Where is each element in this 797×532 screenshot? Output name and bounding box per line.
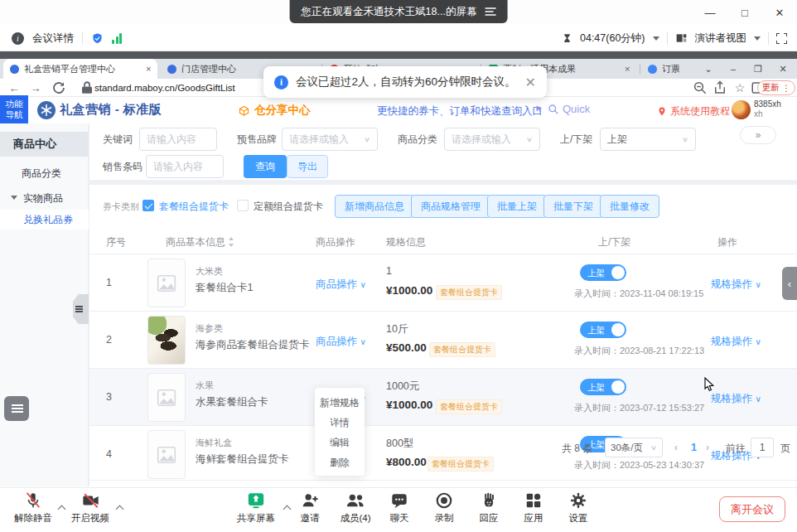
view-dropdown-icon[interactable] bbox=[754, 36, 761, 41]
screen-share-banner[interactable]: 您正在观看金禾通技术王斌18...的屏幕 bbox=[290, 0, 508, 23]
goto-page-input[interactable] bbox=[751, 438, 774, 457]
reload-icon[interactable] bbox=[51, 80, 66, 95]
url-text[interactable]: standard.maboy.cn/GoodsGiftList bbox=[94, 79, 235, 97]
maximize-icon[interactable]: □ bbox=[727, 0, 762, 25]
quick-entry-link[interactable]: 更快捷的券卡、订单和快递查询入口 bbox=[377, 104, 543, 118]
batch-off-button[interactable]: 批量下架 bbox=[543, 195, 603, 218]
spec-manage-button[interactable]: 商品规格管理 bbox=[411, 195, 490, 218]
spec-op-link[interactable]: 规格操作 ∨ bbox=[711, 392, 761, 406]
start-video-button[interactable]: 开启视频 bbox=[66, 491, 114, 525]
menu-item-detail[interactable]: 详情 bbox=[315, 413, 365, 433]
sidebar-section-goods-center[interactable]: 商品中心 bbox=[0, 132, 89, 157]
menu-item-add-spec[interactable]: 新增规格 bbox=[315, 393, 365, 413]
add-goods-button[interactable]: 新增商品信息 bbox=[335, 195, 414, 218]
share-icon[interactable] bbox=[712, 80, 727, 95]
status-select[interactable]: 上架∨ bbox=[600, 128, 696, 151]
timer-dropdown-icon[interactable] bbox=[653, 36, 659, 41]
tab-close-icon[interactable]: × bbox=[625, 65, 630, 74]
browser-tab-5[interactable]: 订票中心 bbox=[641, 59, 686, 79]
price: ¥1000.00 bbox=[386, 399, 432, 411]
browser-minimize-icon[interactable]: – bbox=[721, 64, 746, 74]
video-options-caret[interactable] bbox=[116, 505, 124, 514]
forward-icon[interactable]: → bbox=[28, 80, 43, 95]
floating-list-button[interactable] bbox=[4, 396, 29, 421]
on-shelf-toggle[interactable]: 上架 bbox=[580, 264, 626, 281]
quick-search[interactable]: Quick bbox=[534, 103, 590, 115]
tutorial-link[interactable]: 系统使用教程 bbox=[657, 104, 730, 118]
goods-op-link[interactable]: 商品操作 ∨ bbox=[316, 335, 366, 349]
collapse-filters-button[interactable]: » bbox=[740, 126, 776, 144]
tab-close-icon[interactable]: × bbox=[146, 65, 151, 74]
zoom-icon[interactable] bbox=[693, 80, 708, 95]
sidebar: 商品中心 商品分类 实物商品 兑换礼品券 bbox=[0, 123, 89, 486]
mic-options-caret[interactable] bbox=[58, 505, 66, 514]
search-button[interactable]: 查询 bbox=[244, 155, 287, 178]
apps-button[interactable]: 应用 bbox=[515, 491, 552, 525]
banner-menu-icon[interactable] bbox=[485, 5, 495, 17]
share-options-caret[interactable] bbox=[283, 505, 292, 514]
product-category: 大米类 bbox=[196, 265, 223, 278]
prev-page-icon[interactable]: ‹ bbox=[674, 442, 678, 453]
sort-icon[interactable] bbox=[228, 237, 234, 247]
browser-menu-icon[interactable]: ⋮ bbox=[782, 83, 791, 93]
minimize-icon[interactable]: ― bbox=[693, 0, 727, 25]
next-page-icon[interactable]: › bbox=[706, 442, 709, 453]
meeting-info-icon[interactable]: i bbox=[12, 32, 24, 45]
goods-op-link[interactable]: 商品操作 ∨ bbox=[316, 278, 366, 292]
fixed-card-label[interactable]: 定额组合提货卡 bbox=[254, 200, 323, 214]
menu-item-edit[interactable]: 编辑 bbox=[315, 433, 365, 452]
share-screen-button[interactable]: 共享屏幕 bbox=[230, 491, 282, 525]
back-icon[interactable]: ← bbox=[7, 80, 22, 95]
on-shelf-toggle[interactable]: 上架 bbox=[580, 379, 626, 395]
sidebar-item-physical-goods[interactable]: 实物商品 bbox=[0, 188, 89, 208]
combo-card-label[interactable]: 套餐组合提货卡 bbox=[159, 200, 229, 214]
user-avatar[interactable] bbox=[732, 100, 751, 119]
spec-op-link[interactable]: 规格操作 ∨ bbox=[711, 335, 761, 349]
table-row: 2 海参类 海参商品套餐组合提货卡 商品操作 ∨ 10斤 ¥500.00 套餐组… bbox=[89, 312, 797, 369]
bookmark-star-icon[interactable]: ☆ bbox=[732, 80, 747, 95]
browser-restore-icon[interactable]: ❐ bbox=[746, 64, 770, 75]
right-drawer-tab[interactable]: ‹ bbox=[782, 267, 797, 300]
batch-edit-button[interactable]: 批量修改 bbox=[600, 195, 659, 218]
keyword-label: 关键词 bbox=[103, 128, 133, 151]
nav-toggle-button[interactable]: 功能导航 bbox=[0, 95, 28, 123]
lock-icon[interactable] bbox=[80, 80, 94, 95]
leave-meeting-button[interactable]: 离开会议 bbox=[719, 496, 785, 522]
export-button[interactable]: 导出 bbox=[287, 155, 328, 178]
card-type-tag: 套餐组合提货卡 bbox=[436, 399, 502, 414]
fullscreen-icon[interactable] bbox=[776, 33, 787, 44]
barcode-input[interactable] bbox=[146, 155, 224, 178]
page-size-select[interactable]: 30条/页∨ bbox=[605, 438, 663, 457]
view-mode-label[interactable]: 演讲者视图 bbox=[695, 31, 747, 46]
share-center-link[interactable]: 仓分享中心 bbox=[238, 103, 311, 118]
security-shield-icon[interactable] bbox=[91, 32, 104, 45]
menu-item-delete[interactable]: 删除 bbox=[315, 452, 365, 472]
browser-tab-1[interactable]: 礼盒营销平台管理中心 × bbox=[3, 59, 157, 79]
meeting-details-label[interactable]: 会议详情 bbox=[32, 31, 74, 46]
browser-close-icon[interactable]: ✕ bbox=[770, 64, 795, 75]
keyword-input[interactable] bbox=[139, 128, 217, 151]
sidebar-item-goods-category[interactable]: 商品分类 bbox=[0, 163, 89, 183]
spec-op-link[interactable]: 规格操作 ∨ bbox=[711, 278, 761, 292]
invite-button[interactable]: 邀请 bbox=[292, 491, 328, 525]
current-page[interactable]: 1 bbox=[691, 442, 697, 453]
settings-button[interactable]: 设置 bbox=[560, 491, 597, 525]
browser-update-button[interactable]: 更新 ⋮ bbox=[757, 80, 796, 95]
unmute-button[interactable]: 解除静音 bbox=[9, 491, 57, 525]
reactions-button[interactable]: 回应 bbox=[471, 491, 507, 525]
close-icon[interactable]: ✕ bbox=[762, 0, 797, 25]
record-button[interactable]: 录制 bbox=[426, 491, 462, 525]
category-select[interactable]: 请选择或输入∨ bbox=[444, 128, 540, 151]
tab-search-icon[interactable]: ⌄ bbox=[696, 64, 721, 75]
on-shelf-toggle[interactable]: 上架 bbox=[580, 322, 626, 338]
apps-grid-icon bbox=[524, 491, 543, 510]
fixed-card-checkbox[interactable] bbox=[237, 200, 249, 211]
sidebar-item-gift-voucher[interactable]: 兑换礼品券 bbox=[0, 210, 89, 230]
brand-select[interactable]: 请选择或输入∨ bbox=[282, 128, 378, 151]
members-button[interactable]: 成员(4) bbox=[333, 491, 378, 525]
chat-button[interactable]: 聊天 bbox=[381, 491, 418, 525]
toast-close-icon[interactable]: ✕ bbox=[525, 75, 536, 90]
batch-on-button[interactable]: 批量上架 bbox=[487, 195, 547, 218]
combo-card-checkbox[interactable] bbox=[142, 200, 154, 211]
sidebar-collapse-tab[interactable] bbox=[73, 294, 89, 324]
